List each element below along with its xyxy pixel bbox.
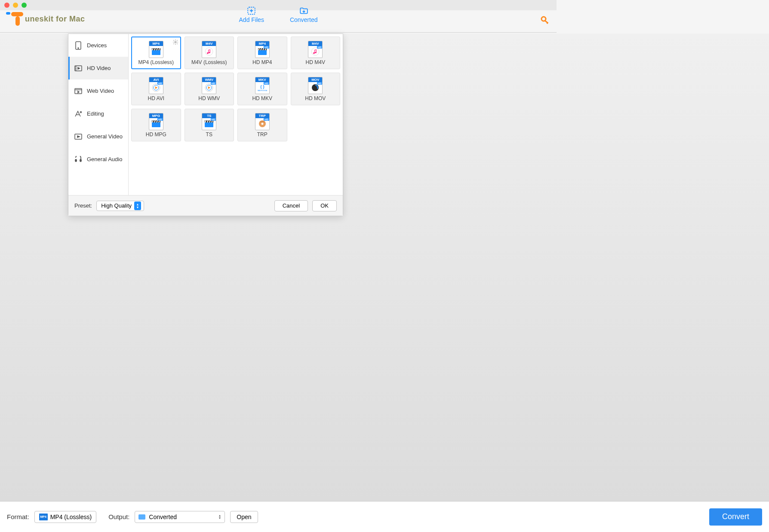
file-thumb-icon: M4VHD — [308, 41, 323, 58]
sidebar-item-label: Editing — [87, 110, 104, 117]
svg-rect-21 — [80, 159, 81, 162]
ok-button[interactable]: OK — [312, 200, 337, 211]
close-window-button[interactable] — [4, 3, 9, 8]
svg-point-12 — [76, 66, 76, 67]
format-label: TRP — [257, 131, 268, 138]
dialog-footer: Preset: High Quality ▲▼ Cancel OK — [68, 195, 343, 216]
webvideo-icon — [74, 88, 83, 94]
svg-point-10 — [78, 48, 79, 49]
svg-point-29 — [205, 48, 213, 55]
unlock-key-button[interactable] — [540, 15, 551, 28]
format-dialog: DevicesHD VideoWeb VideoEditingGeneral V… — [68, 34, 343, 216]
format-tile-hd-avi[interactable]: AVIHDHD AVI — [131, 73, 181, 105]
format-tile-trp[interactable]: TRPHDTRP — [237, 109, 287, 141]
sidebar-item-editing[interactable]: Editing — [68, 102, 128, 125]
logo-mark-icon — [6, 9, 25, 28]
app-logo: uneskit for Mac — [6, 9, 85, 28]
file-thumb-icon: TSHD — [202, 113, 216, 130]
format-tile-hd-wmv[interactable]: WMVHDHD WMV — [185, 73, 234, 105]
file-thumb-icon: WMVHD — [202, 77, 216, 94]
sidebar-item-label: General Video — [87, 133, 123, 140]
select-arrows-icon: ▲▼ — [134, 202, 141, 210]
file-thumb-icon: AVIHD — [149, 77, 163, 94]
format-label: TS — [206, 131, 212, 138]
svg-rect-2 — [15, 16, 20, 26]
format-label: MP4 (Lossless) — [138, 59, 174, 65]
svg-rect-23 — [152, 50, 160, 55]
format-label: HD MOV — [305, 95, 326, 101]
device-icon — [74, 41, 83, 50]
svg-point-36 — [311, 48, 319, 55]
file-thumb-icon: MP4HD — [255, 41, 270, 58]
hd-badge: HD — [317, 46, 323, 49]
format-tile-hd-mpg[interactable]: MPGHDHD MPG — [131, 109, 181, 141]
preset-select[interactable]: High Quality ▲▼ — [96, 201, 144, 211]
file-thumb-icon: MKVHD{ }MATROSKA — [255, 77, 270, 94]
svg-point-18 — [80, 111, 82, 113]
format-label: HD MPG — [146, 131, 166, 138]
app-name: uneskit for Mac — [25, 15, 85, 24]
hdvideo-icon — [74, 65, 83, 71]
header: uneskit for Mac Add Files Converted — [0, 10, 557, 33]
sidebar-item-general-video[interactable]: General Video — [68, 125, 128, 148]
svg-rect-30 — [258, 50, 267, 55]
format-label: HD WMV — [198, 95, 220, 101]
format-tile-ts[interactable]: TSHDTS — [185, 109, 234, 141]
category-sidebar: DevicesHD VideoWeb VideoEditingGeneral V… — [68, 34, 129, 195]
file-thumb-icon: M4V — [202, 41, 216, 58]
hd-badge: HD — [264, 118, 269, 121]
file-thumb-icon: MP4 — [149, 41, 163, 58]
sidebar-item-hd-video[interactable]: HD Video — [68, 57, 128, 79]
folder-icon — [299, 6, 308, 15]
sidebar-item-web-video[interactable]: Web Video — [68, 79, 128, 102]
svg-point-57 — [261, 123, 263, 125]
hd-badge: HD — [211, 82, 216, 85]
format-tile-hd-mp4[interactable]: MP4HDHD MP4 — [237, 37, 287, 69]
format-tile-hd-m4v[interactable]: M4VHDHD M4V — [291, 37, 341, 69]
format-label: HD MKV — [252, 95, 272, 101]
sidebar-item-label: Web Video — [87, 88, 114, 94]
minimize-window-button[interactable] — [13, 3, 18, 8]
svg-point-13 — [76, 68, 76, 68]
svg-text:MATROSKA: MATROSKA — [258, 89, 267, 92]
file-thumb-icon: MPGHD — [149, 113, 163, 130]
format-label: M4V (Lossless) — [191, 59, 227, 65]
file-thumb-icon: MOVHD — [308, 77, 323, 94]
converted-button[interactable]: Converted — [290, 6, 318, 23]
sidebar-item-label: Devices — [87, 42, 107, 49]
format-tile-hd-mov[interactable]: MOVHDHD MOV — [291, 73, 341, 105]
svg-rect-44 — [152, 122, 160, 127]
content-area: DevicesHD VideoWeb VideoEditingGeneral V… — [0, 34, 557, 385]
sidebar-item-label: HD Video — [87, 65, 111, 71]
key-icon — [540, 15, 551, 26]
add-files-icon — [247, 6, 256, 15]
format-tile-hd-mkv[interactable]: MKVHD{ }MATROSKAHD MKV — [237, 73, 287, 105]
cancel-button[interactable]: Cancel — [274, 200, 308, 211]
svg-rect-1 — [11, 12, 23, 16]
file-thumb-icon: TRPHD — [255, 113, 270, 130]
svg-rect-0 — [6, 12, 10, 15]
add-files-button[interactable]: Add Files — [239, 6, 264, 23]
hd-badge: HD — [317, 82, 323, 85]
svg-point-22 — [175, 41, 176, 43]
sidebar-item-label: General Audio — [87, 156, 122, 162]
hd-badge: HD — [264, 46, 269, 49]
genaudio-icon — [74, 156, 83, 163]
format-label: HD MP4 — [252, 59, 272, 65]
format-tile-m4v-lossless-[interactable]: M4VM4V (Lossless) — [185, 37, 234, 69]
hd-badge: HD — [211, 118, 216, 121]
sidebar-item-general-audio[interactable]: General Audio — [68, 148, 128, 171]
format-tile-mp4-lossless-[interactable]: MP4MP4 (Lossless) — [131, 37, 181, 69]
preset-label: Preset: — [74, 202, 92, 209]
format-grid: MP4MP4 (Lossless)M4VM4V (Lossless)MP4HDH… — [129, 34, 343, 195]
settings-gear-icon[interactable] — [172, 39, 178, 46]
svg-point-14 — [76, 69, 76, 70]
sidebar-item-devices[interactable]: Devices — [68, 34, 128, 57]
hd-badge: HD — [157, 118, 163, 121]
svg-rect-20 — [75, 159, 77, 162]
svg-rect-50 — [205, 122, 213, 127]
hd-badge: HD — [264, 82, 269, 85]
genvideo-icon — [74, 134, 83, 140]
maximize-window-button[interactable] — [22, 3, 27, 8]
format-label: HD M4V — [306, 59, 325, 65]
